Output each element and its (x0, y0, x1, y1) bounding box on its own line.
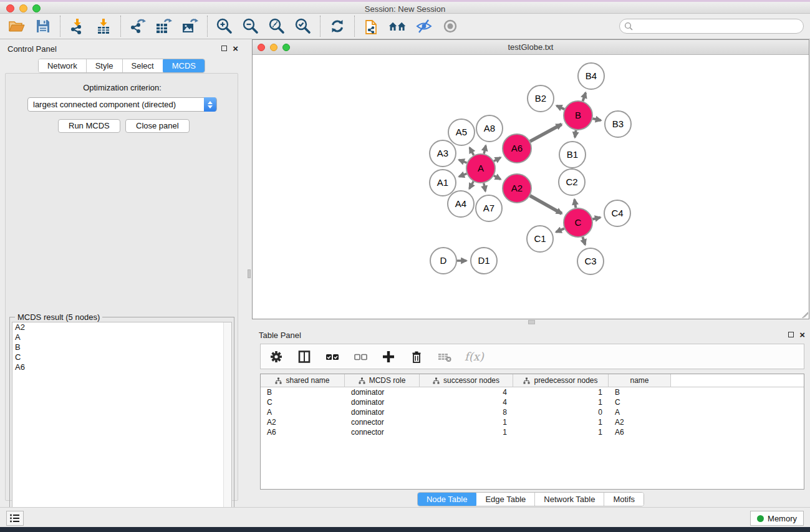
table-cell[interactable]: 1 (513, 418, 609, 427)
table-cell[interactable]: A2 (261, 418, 345, 427)
zoom-in-button[interactable] (215, 17, 234, 36)
save-session-button[interactable] (34, 17, 52, 36)
mcds-result-list[interactable]: A2ABCA6 (12, 322, 232, 526)
hide-graphics-button[interactable] (415, 17, 433, 36)
table-cell[interactable]: A (261, 408, 345, 417)
node-C3[interactable]: C3 (577, 248, 604, 274)
edge-A2-C[interactable] (530, 196, 562, 214)
table-cell[interactable]: C (261, 398, 345, 407)
table-cell[interactable]: 4 (420, 388, 513, 397)
zoom-out-button[interactable] (241, 17, 260, 36)
horizontal-splitter[interactable] (252, 320, 809, 325)
node-B1[interactable]: B1 (559, 142, 586, 168)
tab-style[interactable]: Style (87, 59, 123, 72)
window-resize-grip[interactable] (800, 310, 808, 318)
node-table[interactable]: shared nameMCDS rolesuccessor nodesprede… (260, 374, 804, 490)
table-row[interactable]: Bdominator41B (261, 387, 804, 397)
export-table-button[interactable] (155, 17, 173, 36)
show-graphics-button[interactable] (441, 17, 460, 36)
edge-A-A2[interactable] (494, 176, 501, 180)
node-A5[interactable]: A5 (448, 119, 475, 145)
table-cell[interactable]: 1 (513, 428, 609, 437)
deselect-all-button[interactable] (352, 349, 369, 365)
table-row[interactable]: Cdominator41C (261, 397, 804, 407)
node-B3[interactable]: B3 (605, 111, 631, 137)
node-C1[interactable]: C1 (527, 226, 553, 252)
close-table-panel-icon[interactable]: × (799, 331, 805, 338)
float-table-panel-icon[interactable] (788, 332, 794, 337)
criterion-dropdown[interactable]: largest connected component (directed) (27, 97, 217, 112)
memory-button[interactable]: Memory (750, 511, 804, 526)
edge-B-B2[interactable] (557, 105, 565, 109)
table-cell[interactable]: 4 (420, 398, 513, 407)
import-network-button[interactable] (68, 17, 87, 36)
edge-A-A6[interactable] (494, 157, 501, 161)
network-zoom-button[interactable] (282, 44, 290, 51)
node-D1[interactable]: D1 (471, 248, 497, 274)
table-cell[interactable]: A (609, 408, 671, 417)
column-header-name[interactable]: name (609, 374, 671, 387)
refresh-button[interactable] (328, 17, 347, 36)
show-columns-button[interactable] (296, 349, 312, 365)
node-A1[interactable]: A1 (430, 170, 456, 196)
export-image-button[interactable] (181, 17, 200, 36)
zoom-fit-button[interactable] (268, 17, 286, 36)
close-panel-button[interactable]: Close panel (125, 119, 190, 133)
table-cell[interactable]: 1 (420, 418, 513, 427)
tab-motifs[interactable]: Motifs (604, 493, 644, 506)
edge-A-A1[interactable] (459, 173, 466, 177)
import-table-button[interactable] (94, 17, 113, 36)
search-input[interactable] (619, 19, 804, 34)
mcds-list-scrollbar[interactable] (223, 322, 231, 526)
network-snapshot-button[interactable] (362, 17, 381, 36)
select-all-button[interactable] (324, 349, 340, 365)
table-cell[interactable]: B (609, 388, 671, 397)
table-cell[interactable]: dominator (345, 408, 420, 417)
tab-select[interactable]: Select (123, 59, 163, 72)
node-C2[interactable]: C2 (559, 169, 585, 195)
table-cell[interactable]: A2 (609, 418, 671, 427)
function-builder-button[interactable]: f(x) (465, 349, 484, 365)
node-A7[interactable]: A7 (476, 195, 502, 221)
edge-C-C2[interactable] (574, 200, 576, 208)
network-minimize-button[interactable] (270, 44, 277, 51)
close-panel-icon[interactable]: × (233, 45, 238, 52)
zoom-selected-button[interactable] (294, 17, 312, 36)
tab-mcds[interactable]: MCDS (163, 59, 205, 73)
table-cell[interactable]: dominator (345, 398, 420, 407)
mcds-result-item[interactable]: C (12, 352, 231, 362)
table-cell[interactable]: C (609, 398, 671, 407)
node-A4[interactable]: A4 (448, 191, 474, 217)
column-header-predecessor-nodes[interactable]: predecessor nodes (513, 374, 609, 387)
delete-column-button[interactable] (408, 349, 425, 365)
table-cell[interactable]: B (261, 388, 345, 397)
node-D[interactable]: D (430, 248, 456, 274)
mcds-result-item[interactable]: A2 (12, 322, 231, 332)
destroy-table-button[interactable] (436, 349, 453, 365)
edge-B-B3[interactable] (592, 118, 600, 120)
table-cell[interactable]: 8 (420, 408, 513, 417)
node-B2[interactable]: B2 (528, 85, 554, 112)
run-mcds-button[interactable]: Run MCDS (58, 119, 120, 133)
network-close-button[interactable] (258, 44, 265, 51)
mcds-result-item[interactable]: A6 (12, 362, 231, 372)
edge-A-A4[interactable] (470, 181, 474, 189)
table-row[interactable]: A2connector11A2 (261, 417, 804, 427)
task-history-button[interactable] (6, 511, 24, 526)
table-cell[interactable]: 1 (513, 398, 609, 407)
node-C4[interactable]: C4 (604, 200, 630, 226)
edge-A-A3[interactable] (459, 160, 467, 163)
node-A[interactable]: A (466, 154, 495, 183)
node-B4[interactable]: B4 (578, 63, 604, 89)
node-A2[interactable]: A2 (503, 174, 531, 203)
edge-C-C4[interactable] (592, 217, 600, 219)
edge-A-A5[interactable] (470, 148, 473, 155)
table-cell[interactable]: A6 (261, 428, 345, 437)
table-cell[interactable]: A6 (609, 428, 671, 437)
network-window-titlebar[interactable]: testGlobe.txt (253, 40, 809, 55)
edge-B-B4[interactable] (583, 93, 586, 102)
tab-edge-table[interactable]: Edge Table (476, 493, 535, 506)
column-header-successor-nodes[interactable]: successor nodes (420, 374, 513, 387)
node-C[interactable]: C (564, 208, 592, 237)
table-row[interactable]: Adominator80A (261, 407, 804, 417)
